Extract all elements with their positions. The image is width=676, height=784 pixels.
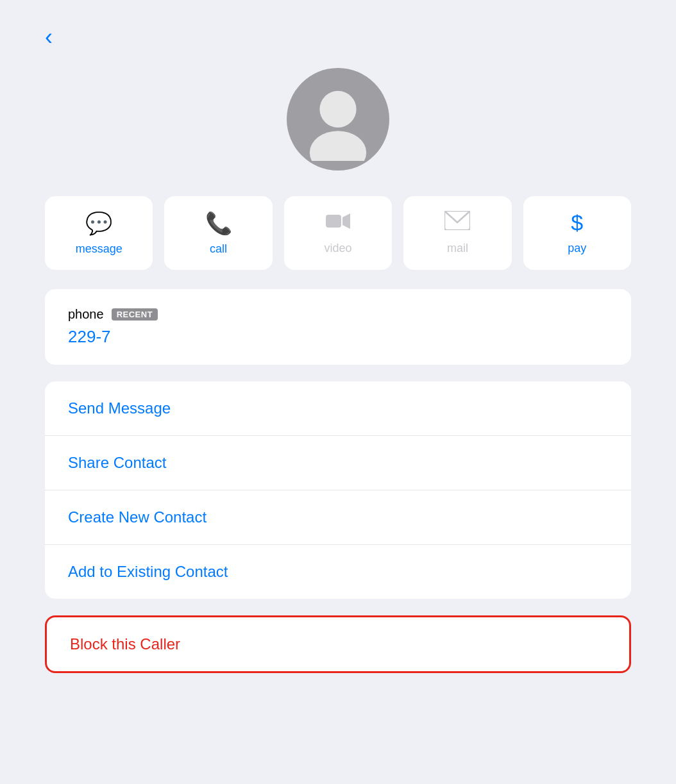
avatar (287, 68, 389, 171)
call-button[interactable]: 📞 call (164, 196, 272, 270)
add-to-existing-item[interactable]: Add to Existing Contact (45, 545, 631, 599)
svg-marker-3 (342, 213, 350, 229)
block-caller-label: Block this Caller (70, 635, 180, 653)
call-label: call (210, 242, 227, 256)
phone-label: phone (68, 307, 104, 322)
phone-card: phone RECENT 229-7 (45, 289, 631, 365)
avatar-container (45, 68, 631, 171)
mail-label: mail (447, 242, 468, 255)
create-new-contact-item[interactable]: Create New Contact (45, 490, 631, 545)
mail-button[interactable]: mail (403, 196, 511, 270)
phone-label-row: phone RECENT (68, 307, 608, 322)
video-icon (326, 210, 350, 235)
svg-point-0 (319, 91, 356, 128)
pay-label: pay (568, 242, 586, 255)
pay-icon: $ (571, 210, 583, 235)
share-contact-item[interactable]: Share Contact (45, 436, 631, 490)
recent-badge: RECENT (112, 308, 158, 321)
message-button[interactable]: 💬 message (45, 196, 153, 270)
mail-icon (444, 210, 470, 235)
video-button[interactable]: video (284, 196, 392, 270)
menu-card: Send Message Share Contact Create New Co… (45, 381, 631, 599)
phone-number[interactable]: 229-7 (68, 327, 608, 347)
back-button[interactable]: ‹ (45, 26, 53, 49)
svg-rect-2 (326, 215, 341, 228)
pay-button[interactable]: $ pay (523, 196, 631, 270)
video-label: video (325, 242, 352, 255)
message-icon: 💬 (85, 210, 112, 236)
avatar-icon (296, 78, 380, 161)
call-icon: 📞 (205, 210, 232, 236)
svg-point-1 (310, 131, 366, 161)
header: ‹ (45, 26, 631, 49)
message-label: message (76, 242, 123, 256)
send-message-item[interactable]: Send Message (45, 381, 631, 436)
block-caller-card[interactable]: Block this Caller (45, 615, 631, 673)
action-buttons: 💬 message 📞 call video mail $ pay (45, 196, 631, 270)
